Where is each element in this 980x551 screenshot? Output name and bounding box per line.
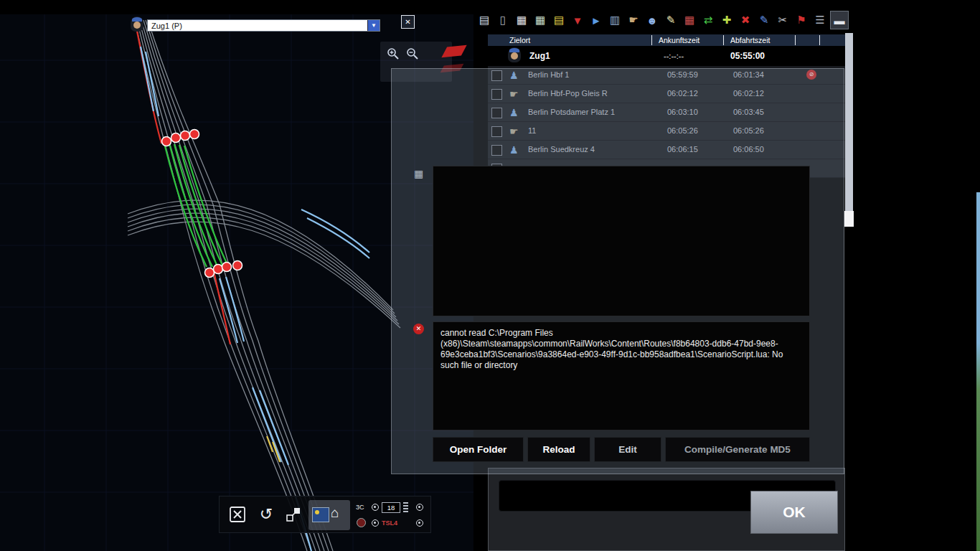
- zoom-in-icon[interactable]: [387, 47, 400, 60]
- hand-tool-icon[interactable]: ☛: [625, 11, 642, 29]
- delete-icon[interactable]: ▯: [494, 11, 512, 29]
- column-header-zielort: Zielort: [509, 36, 530, 44]
- track-main-bundle: [135, 20, 333, 551]
- snap-radio-1[interactable]: [372, 504, 379, 511]
- column-header-ankunftszeit: Ankunftszeit: [659, 36, 699, 44]
- swap-direction-icon[interactable]: ⇄: [699, 11, 717, 29]
- schedule-edit-icon[interactable]: ✎: [662, 11, 679, 29]
- driver-tool-icon[interactable]: ☻: [644, 11, 661, 29]
- driver-avatar: [131, 17, 143, 32]
- edit-button[interactable]: Edit: [594, 437, 661, 462]
- train-cars-icon[interactable]: ▬: [830, 11, 849, 29]
- open-folder-button[interactable]: Open Folder: [433, 437, 524, 462]
- add-icon[interactable]: ✚: [718, 11, 735, 29]
- ok-button[interactable]: OK: [750, 491, 838, 534]
- transform-toolbar: ↺ ⌂ 3C 18 TSL4: [219, 496, 431, 533]
- close-icon[interactable]: ✕: [401, 15, 415, 29]
- scenario-editor-screen: Zug1 (P) ▼ ▤ ▯ ▦ ▦ ▤ ▼ ► ▥ ☛ ☻ ✎ ▦ ⇄ ✚: [0, 0, 980, 551]
- marker-icon[interactable]: ▤: [550, 11, 567, 29]
- train-departure: 05:55:00: [730, 51, 765, 61]
- driver-avatar: [508, 47, 521, 62]
- terrain-view-icon[interactable]: [312, 507, 329, 522]
- view-toggle-group: ⌂: [308, 500, 350, 530]
- scale-icon: [286, 507, 301, 522]
- consist-grid-icon[interactable]: ▦: [532, 11, 549, 29]
- flag-icon[interactable]: ⚑: [793, 11, 810, 29]
- snap-radio-4[interactable]: [416, 519, 423, 527]
- media-icon[interactable]: ▥: [606, 11, 623, 29]
- cut-icon[interactable]: ✂: [774, 11, 791, 29]
- scale-button[interactable]: [281, 502, 306, 527]
- move-button[interactable]: [225, 502, 250, 527]
- scrollbar-thumb[interactable]: [844, 211, 854, 227]
- snap-radio-2[interactable]: [416, 504, 423, 511]
- script-console-output: [433, 166, 810, 316]
- scrollbar[interactable]: [845, 33, 853, 227]
- gauge-icon: [403, 502, 408, 512]
- editor-toolbar: ▤ ▯ ▦ ▦ ▤ ▼ ► ▥ ☛ ☻ ✎ ▦ ⇄ ✚ ✖ ✎ ✂ ⚑ ☰ ▬: [476, 7, 846, 33]
- rotate-icon: ↺: [260, 505, 273, 524]
- annotate-icon[interactable]: ✎: [755, 11, 773, 29]
- height-value[interactable]: 18: [382, 502, 400, 513]
- train-select-dropdown[interactable]: Zug1 (P) ▼: [147, 19, 380, 32]
- snap-radio-3[interactable]: [372, 519, 379, 527]
- snap-settings: 3C 18 TSL4: [353, 498, 430, 532]
- save-icon[interactable]: ▤: [476, 11, 493, 29]
- train-name: Zug1: [529, 51, 550, 61]
- reload-button[interactable]: Reload: [527, 437, 590, 462]
- train-summary-row[interactable]: Zug1 --:--:-- 05:55:00: [488, 46, 845, 66]
- red-arrow-icon[interactable]: ▼: [569, 11, 586, 29]
- column-header-abfahrtszeit: Abfahrtszeit: [730, 36, 770, 44]
- timetable-grid-icon[interactable]: ▦: [513, 11, 530, 29]
- script-error-dialog: ▦ ✕ cannot read C:\Program Files (x86)\S…: [391, 68, 844, 474]
- script-error-message: cannot read C:\Program Files (x86)\Steam…: [433, 321, 810, 430]
- chevron-down-icon[interactable]: ▼: [367, 20, 380, 31]
- world-view-sliver: [976, 192, 980, 551]
- compile-md5-button[interactable]: Compile/Generate MD5: [665, 437, 810, 462]
- tsl-label: TSL4: [382, 519, 397, 527]
- train-arrival: --:--:--: [664, 52, 684, 60]
- home-icon[interactable]: ⌂: [331, 505, 339, 521]
- train-select-value: Zug1 (P): [151, 22, 182, 30]
- consist-editor-icon[interactable]: ▦: [681, 11, 698, 29]
- script-error-icon: ✕: [413, 324, 424, 334]
- forward-icon[interactable]: ►: [588, 11, 605, 29]
- console-icon: ▦: [414, 168, 423, 179]
- zoom-out-icon[interactable]: [406, 47, 419, 60]
- keyboard-icon[interactable]: ☰: [811, 11, 829, 29]
- remove-icon[interactable]: ✖: [737, 11, 754, 29]
- move-icon: [229, 506, 246, 523]
- track-arc-bundle: [128, 200, 400, 328]
- timetable-header: Zielort Ankunftszeit Abfahrtszeit: [488, 34, 845, 46]
- rotate-button[interactable]: ↺: [254, 502, 278, 527]
- wheel-icon[interactable]: [357, 518, 366, 527]
- snap-label: 3C: [356, 504, 364, 511]
